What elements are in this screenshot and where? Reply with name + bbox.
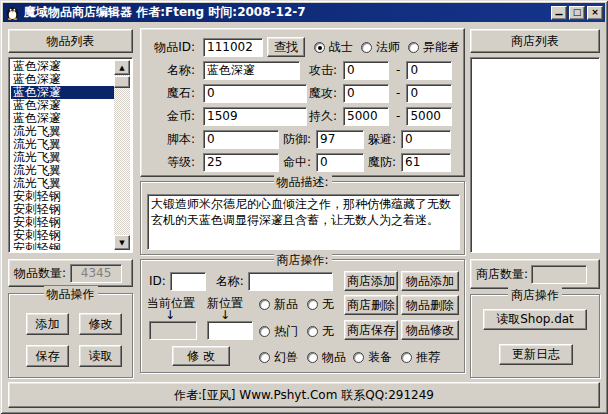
- radio-icon: [314, 42, 325, 53]
- class-radio-warrior[interactable]: 战士: [314, 39, 353, 56]
- defense-label: 防御:: [283, 131, 311, 148]
- item-read-button[interactable]: 读取: [79, 345, 122, 367]
- shop-id-field[interactable]: [170, 272, 206, 291]
- class-radio-mage[interactable]: 法师: [361, 39, 400, 56]
- shop-add-button[interactable]: 商店添加: [344, 271, 398, 291]
- position-modify-button[interactable]: 修 改: [172, 346, 230, 366]
- dodge-field[interactable]: 0: [401, 130, 451, 149]
- description-textarea[interactable]: 大锻造师米尔德尼的心血倾注之作，那种仿佛蕴藏了无数玄机的天蓝色调显得深邃且含蓄，…: [147, 194, 460, 250]
- mattack-max-field[interactable]: 0: [406, 84, 452, 103]
- shop-radio-item[interactable]: 物品: [307, 349, 346, 366]
- mdefense-label: 魔防:: [368, 154, 396, 171]
- shop-radio-hot[interactable]: 热门: [259, 323, 298, 340]
- scrollbar-up-button[interactable]: ▲: [114, 60, 130, 75]
- minimize-button[interactable]: ▁: [551, 6, 567, 20]
- name-label: 名称:: [145, 62, 195, 79]
- new-position-field[interactable]: [207, 321, 253, 340]
- shop-ops-side-group: 商店操作 读取Shop.dat 更新日志: [470, 294, 600, 378]
- scrollbar-thumb[interactable]: [114, 76, 130, 88]
- description-legend: 物品描述:: [273, 174, 331, 191]
- gold-label: 金币:: [145, 108, 195, 125]
- shop-list-header: 商店列表: [470, 29, 600, 53]
- shop-id-label: ID:: [149, 274, 166, 288]
- radio-icon: [259, 352, 270, 363]
- shop-item-add-button[interactable]: 物品添加: [401, 271, 459, 291]
- shop-ops-group: 商店操作: ID: 名称: 商店添加 物品添加 当前位置 新位置 ↓ ↓ 新品 …: [140, 259, 465, 373]
- current-position-field: [149, 321, 197, 340]
- shop-name-field[interactable]: [248, 272, 333, 291]
- maximize-icon: □: [573, 8, 582, 17]
- level-field[interactable]: 25: [203, 153, 279, 172]
- shop-radio-new[interactable]: 新品: [259, 296, 298, 313]
- dodge-label: 躲避:: [368, 131, 396, 148]
- defense-field[interactable]: 97: [316, 130, 364, 149]
- radio-icon: [408, 42, 419, 53]
- hit-field[interactable]: 0: [316, 153, 364, 172]
- durable-max-field[interactable]: 5000: [406, 107, 452, 126]
- item-count-label: 物品数量:: [14, 265, 66, 282]
- read-shopdat-button[interactable]: 读取Shop.dat: [483, 309, 587, 330]
- mattack-label: 魔攻:: [309, 85, 337, 102]
- range-dash: -: [396, 63, 400, 77]
- item-count-panel: 物品数量: 4345: [8, 259, 133, 287]
- shop-radio-equip[interactable]: 装备: [353, 349, 392, 366]
- mdefense-field[interactable]: 61: [401, 153, 451, 172]
- shop-save-button[interactable]: 商店保存: [344, 320, 398, 340]
- item-count-field: 4345: [70, 264, 122, 283]
- radio-icon: [361, 42, 372, 53]
- shop-count-panel: 商店数量:: [470, 259, 600, 289]
- update-log-button[interactable]: 更新日志: [499, 344, 573, 365]
- find-button[interactable]: 查找: [267, 37, 305, 57]
- shop-count-field: [531, 265, 587, 284]
- close-button[interactable]: ×: [587, 6, 603, 20]
- script-label: 脚本:: [145, 131, 195, 148]
- shop-item-delete-button[interactable]: 物品删除: [401, 295, 459, 315]
- shop-radio-none-2[interactable]: 无: [307, 323, 334, 340]
- shop-radio-none-1[interactable]: 无: [307, 296, 334, 313]
- footer-text: 作者:[亚风] Www.Pshyt.Com 联系QQ:291249: [174, 387, 434, 404]
- item-ops-group: 物品操作 添加 修改 保存 读取: [8, 293, 133, 378]
- shop-list-rows: [473, 60, 597, 250]
- item-id-field[interactable]: 111002: [203, 38, 263, 57]
- maximize-button[interactable]: □: [569, 6, 585, 20]
- list-item[interactable]: 安刺轻钢: [11, 242, 114, 250]
- app-window: 魔域物品商店编辑器 作者:Fteng 时间:2008-12-7 ▁ □ × 物品…: [0, 0, 608, 414]
- shop-delete-button[interactable]: 商店删除: [344, 295, 398, 315]
- durable-label: 持久:: [309, 108, 337, 125]
- attack-min-field[interactable]: 0: [343, 61, 389, 80]
- penguin-app-icon: [5, 5, 20, 20]
- stone-field[interactable]: 0: [203, 84, 307, 103]
- title-bar[interactable]: 魔域物品商店编辑器 作者:Fteng 时间:2008-12-7 ▁ □ ×: [3, 3, 605, 22]
- description-group: 物品描述: 大锻造师米尔德尼的心血倾注之作，那种仿佛蕴藏了无数玄机的天蓝色调显得…: [140, 181, 465, 255]
- radio-icon: [259, 326, 270, 337]
- attack-max-field[interactable]: 0: [406, 61, 452, 80]
- shop-item-modify-button[interactable]: 物品修改: [401, 320, 459, 340]
- item-editor-panel: 物品ID: 111002 查找 战士 法师 异能者 名称: 蓝色深邃 攻击: 0…: [140, 28, 465, 177]
- mattack-min-field[interactable]: 0: [343, 84, 389, 103]
- radio-icon: [307, 326, 318, 337]
- script-field[interactable]: 0: [203, 130, 279, 149]
- radio-icon: [353, 352, 364, 363]
- item-list-scrollbar[interactable]: ▲ ▼: [114, 60, 130, 250]
- hit-label: 命中:: [283, 154, 311, 171]
- shop-listbox[interactable]: [470, 57, 600, 253]
- shop-radio-recommend[interactable]: 推荐: [401, 349, 440, 366]
- range-dash: -: [396, 86, 400, 100]
- shop-radio-pet[interactable]: 幻兽: [259, 349, 298, 366]
- close-icon: ×: [591, 8, 599, 17]
- gold-field[interactable]: 1509: [203, 107, 307, 126]
- scrollbar-down-button[interactable]: ▼: [114, 235, 130, 250]
- shop-ops-side-legend: 商店操作: [508, 287, 562, 304]
- item-save-button[interactable]: 保存: [26, 345, 69, 367]
- minimize-icon: ▁: [556, 6, 563, 15]
- item-modify-button[interactable]: 修改: [79, 313, 122, 335]
- item-listbox[interactable]: 蓝色深邃 蓝色深邃 蓝色深邃 蓝色深邃 蓝色深邃 流光飞翼 流光飞翼 流光飞翼 …: [8, 57, 133, 253]
- window-title: 魔域物品商店编辑器 作者:Fteng 时间:2008-12-7: [24, 4, 549, 21]
- scroll-down-icon: ▼: [119, 239, 124, 247]
- item-add-button[interactable]: 添加: [26, 313, 69, 335]
- durable-min-field[interactable]: 5000: [343, 107, 389, 126]
- class-radio-psychic[interactable]: 异能者: [408, 39, 459, 56]
- name-field[interactable]: 蓝色深邃: [203, 61, 300, 80]
- radio-icon: [259, 299, 270, 310]
- item-id-label: 物品ID:: [145, 39, 195, 56]
